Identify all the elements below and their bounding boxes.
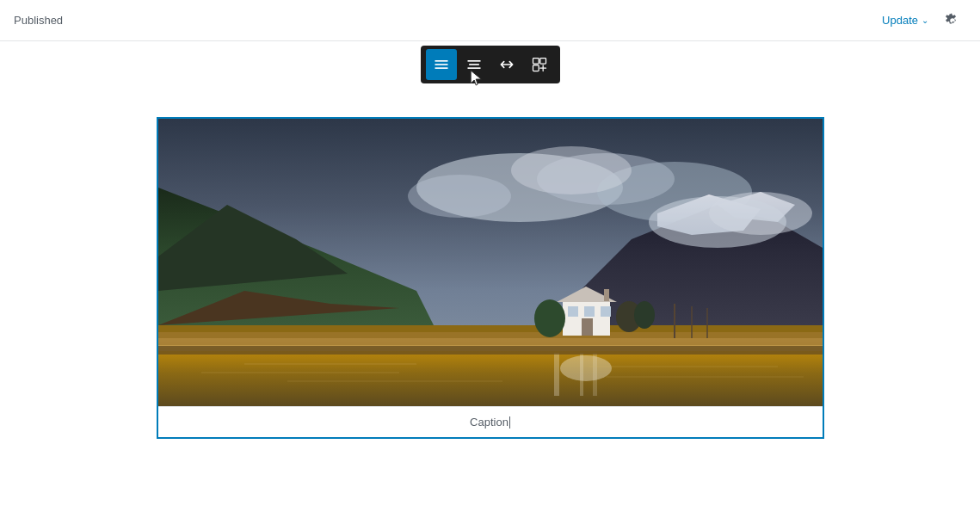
svg-point-36 bbox=[534, 299, 565, 337]
published-status: Published bbox=[14, 14, 63, 27]
svg-rect-2 bbox=[435, 67, 447, 69]
svg-rect-4 bbox=[469, 64, 479, 65]
svg-rect-49 bbox=[158, 346, 823, 355]
block-options-button[interactable] bbox=[524, 49, 555, 80]
svg-point-40 bbox=[560, 355, 612, 381]
svg-rect-29 bbox=[584, 306, 595, 317]
svg-rect-41 bbox=[554, 353, 559, 396]
update-button[interactable]: Update ⌄ bbox=[882, 14, 928, 27]
resize-icon bbox=[498, 56, 515, 73]
svg-point-12 bbox=[408, 175, 511, 218]
resize-button[interactable] bbox=[491, 49, 522, 80]
chevron-down-icon: ⌄ bbox=[921, 15, 928, 25]
svg-rect-30 bbox=[601, 306, 611, 317]
svg-rect-7 bbox=[539, 59, 545, 65]
svg-rect-25 bbox=[158, 332, 823, 345]
canvas-area: Caption bbox=[0, 41, 980, 518]
svg-rect-6 bbox=[533, 59, 539, 65]
align-center-icon bbox=[465, 56, 483, 73]
svg-rect-0 bbox=[435, 60, 447, 62]
update-label: Update bbox=[882, 14, 918, 27]
svg-rect-31 bbox=[582, 318, 593, 336]
svg-rect-1 bbox=[435, 64, 447, 65]
top-bar: Published Update ⌄ bbox=[0, 0, 980, 41]
gear-icon bbox=[944, 12, 961, 29]
svg-rect-5 bbox=[467, 67, 480, 69]
svg-point-38 bbox=[634, 301, 655, 329]
landscape-image bbox=[158, 119, 823, 406]
svg-rect-43 bbox=[593, 353, 597, 396]
image-block[interactable]: Caption bbox=[157, 117, 824, 439]
align-full-button[interactable] bbox=[426, 49, 457, 80]
align-center-button[interactable] bbox=[459, 49, 490, 80]
svg-rect-39 bbox=[158, 351, 823, 406]
svg-point-14 bbox=[511, 146, 632, 194]
svg-rect-8 bbox=[533, 65, 539, 71]
top-bar-actions: Update ⌄ bbox=[882, 7, 966, 34]
svg-rect-32 bbox=[604, 289, 609, 301]
caption-text: Caption bbox=[470, 416, 510, 429]
caption-area[interactable]: Caption bbox=[158, 406, 823, 437]
image-block-wrapper: Caption bbox=[157, 117, 824, 439]
svg-rect-28 bbox=[568, 306, 578, 317]
block-options-icon bbox=[531, 56, 548, 73]
align-full-icon bbox=[433, 56, 450, 73]
svg-rect-3 bbox=[467, 60, 480, 62]
svg-point-22 bbox=[709, 192, 812, 235]
block-toolbar bbox=[421, 46, 560, 83]
settings-button[interactable] bbox=[939, 7, 966, 34]
svg-rect-42 bbox=[580, 353, 583, 396]
